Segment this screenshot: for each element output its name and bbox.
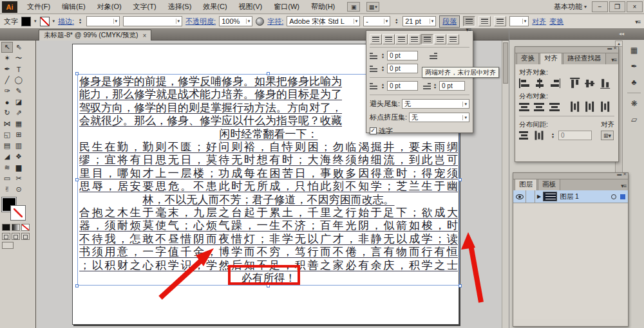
- align-horizontal-left-button[interactable]: [519, 78, 530, 88]
- eraser-tool[interactable]: ◪: [13, 96, 24, 107]
- zoom-tool[interactable]: ⊙: [13, 184, 24, 195]
- opacity-combo[interactable]: 100% ▾: [219, 16, 252, 26]
- transparency-panel-icon[interactable]: ▱: [627, 114, 641, 125]
- dock-header[interactable]: [509, 29, 644, 40]
- visibility-toggle[interactable]: [513, 190, 526, 203]
- direct-selection-tool[interactable]: ⇖: [13, 42, 24, 53]
- restore-button[interactable]: ❐: [609, 1, 625, 12]
- swatches-panel-icon[interactable]: ▦: [627, 44, 641, 56]
- selection-handle[interactable]: [75, 284, 79, 287]
- menu-object[interactable]: 对象(O): [91, 0, 128, 14]
- space-before-stepper[interactable]: [380, 83, 386, 89]
- layers-panel-menu-icon[interactable]: [621, 181, 626, 189]
- appearance-panel-icon[interactable]: ❋: [627, 98, 641, 109]
- scrollbar-thumb[interactable]: [503, 42, 508, 84]
- stroke-weight-combo[interactable]: ▾: [86, 16, 120, 26]
- menu-view[interactable]: 视图(V): [233, 0, 269, 14]
- perspective-grid-tool[interactable]: ⊞: [13, 129, 24, 140]
- align-horizontal-center-button[interactable]: [534, 78, 545, 88]
- distribute-top-button[interactable]: [519, 102, 530, 112]
- lasso-tool[interactable]: 〜: [13, 53, 24, 64]
- space-after-field[interactable]: 0 pt: [439, 81, 465, 91]
- scale-tool[interactable]: ⇗: [13, 107, 24, 118]
- arrange-documents-icon[interactable]: ▦: [366, 2, 379, 12]
- pen-tool[interactable]: ✒: [1, 64, 13, 75]
- justify-right-button[interactable]: [395, 34, 408, 44]
- text-line[interactable]: 缪；宜将有日思无日，莫待无时想有时；大海终须纳细流，到此岂可: [78, 153, 459, 166]
- justify-last-right-button[interactable]: [434, 34, 446, 44]
- panel-header[interactable]: [515, 47, 618, 53]
- gradient-tool[interactable]: ▥: [13, 140, 24, 151]
- distribute-hcenter-button[interactable]: [585, 102, 594, 113]
- opacity-link[interactable]: 不透明度:: [185, 17, 216, 26]
- tab-artboards[interactable]: 画板: [538, 178, 560, 190]
- character-link[interactable]: 字符:: [267, 17, 283, 26]
- expand-arrow-icon[interactable]: ▶: [537, 194, 541, 199]
- kinsoku-combo[interactable]: 无 ▾: [402, 99, 469, 109]
- line-segment-tool[interactable]: ╱: [1, 75, 13, 86]
- justify-all-button[interactable]: [447, 34, 459, 44]
- color-button[interactable]: [2, 224, 10, 231]
- shape-builder-tool[interactable]: ◱: [1, 129, 13, 140]
- layer-name[interactable]: 图层 1: [560, 192, 579, 201]
- mesh-tool[interactable]: ▤: [1, 140, 13, 151]
- first-line-indent-field[interactable]: 0 pt: [387, 64, 418, 73]
- tab-transform[interactable]: 变换: [516, 52, 539, 64]
- symbols-panel-icon[interactable]: ♣: [627, 77, 641, 88]
- font-style-combo[interactable]: - ▾: [363, 16, 390, 26]
- brush-definition-combo[interactable]: ▾: [509, 16, 529, 26]
- justify-center-button[interactable]: [383, 34, 395, 44]
- justify-left-button[interactable]: [370, 34, 382, 44]
- paragraph-panel-menu-icon[interactable]: [466, 25, 471, 33]
- eyedropper-tool[interactable]: ◢: [1, 151, 13, 162]
- align-vertical-bottom-button[interactable]: [600, 78, 610, 89]
- hand-tool[interactable]: ✌: [1, 184, 13, 195]
- draw-inside-button[interactable]: [21, 233, 30, 240]
- fill-dropdown-icon[interactable]: ▾: [34, 19, 37, 24]
- space-after-stepper[interactable]: [432, 83, 438, 89]
- distribute-bottom-button[interactable]: [549, 102, 560, 112]
- selection-handle[interactable]: [75, 178, 79, 181]
- justify-last-center-button[interactable]: [421, 34, 433, 44]
- rotate-tool[interactable]: ↻: [1, 107, 13, 118]
- paragraph-link[interactable]: 段落: [439, 15, 460, 28]
- spacing-stepper[interactable]: [550, 132, 556, 139]
- menu-type[interactable]: 文字(T): [128, 0, 162, 14]
- align-vertical-top-button[interactable]: [570, 78, 580, 89]
- selection-handle[interactable]: [75, 72, 79, 75]
- tab-pathfinder[interactable]: 路径查找器: [563, 52, 606, 64]
- text-line[interactable]: 合抱之木生于毫末，九层之台起于累土，千里之行始于足下；欲成大: [78, 206, 459, 219]
- stroke-link[interactable]: 描边:: [58, 17, 74, 26]
- width-tool[interactable]: ⋈: [1, 118, 13, 129]
- stroke-color-swatch[interactable]: [11, 206, 25, 220]
- selection-handle[interactable]: [267, 72, 270, 75]
- font-family-combo[interactable]: Adobe 宋体 Std L ▾: [287, 16, 360, 26]
- fill-swatch[interactable]: [21, 17, 31, 26]
- graphic-style-icon[interactable]: [256, 17, 264, 26]
- minimize-button[interactable]: −: [592, 1, 608, 12]
- selection-handle[interactable]: [459, 178, 462, 181]
- symbol-sprayer-tool[interactable]: ≋: [1, 162, 13, 173]
- column-graph-tool[interactable]: ▆: [13, 162, 24, 173]
- left-indent-field[interactable]: 0 pt: [387, 51, 418, 60]
- menu-select[interactable]: 选择(S): [162, 0, 198, 14]
- menu-file[interactable]: 文件(F): [21, 0, 56, 14]
- justify-last-left-button[interactable]: [408, 34, 421, 44]
- brushes-panel-icon[interactable]: ✒: [627, 60, 641, 72]
- close-button[interactable]: ×: [627, 1, 643, 12]
- stroke-weight-stepper[interactable]: [77, 18, 83, 24]
- left-indent-stepper[interactable]: [380, 53, 386, 59]
- font-size-stepper[interactable]: [393, 18, 399, 24]
- draw-normal-button[interactable]: [2, 233, 10, 240]
- paintbrush-tool[interactable]: ✑: [1, 86, 13, 96]
- gradient-button[interactable]: [12, 224, 20, 231]
- text-line[interactable]: 书须用意，一字值千金，博学而不穷，笃行而不倦，言有物而行有恒: [78, 245, 459, 258]
- magic-wand-tool[interactable]: ✶: [1, 53, 13, 64]
- align-panel-link[interactable]: 对齐: [532, 17, 546, 26]
- text-line[interactable]: 思辱，居安要思危。不患此时无所成，只怕此刻不知学；芝兰生于幽: [78, 179, 459, 192]
- layer-selection-indicator[interactable]: [620, 194, 625, 199]
- align-vertical-center-button[interactable]: [585, 78, 594, 89]
- blob-brush-tool[interactable]: ●: [1, 96, 13, 107]
- hyphenate-checkbox[interactable]: [370, 127, 377, 134]
- transform-panel-link[interactable]: 变换: [549, 17, 564, 26]
